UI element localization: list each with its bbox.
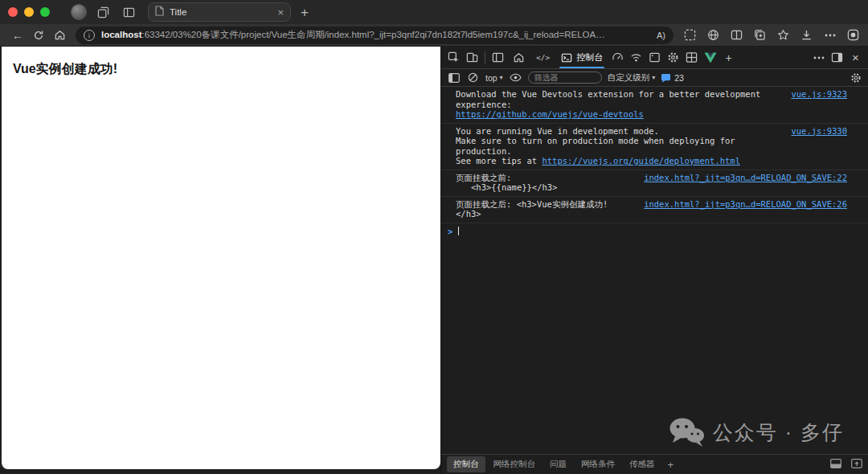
drawer-tab-issues[interactable]: 问题 [543, 456, 573, 472]
tab-actions-icon[interactable] [93, 2, 113, 22]
tab-close-icon[interactable]: × [277, 7, 284, 18]
dock-side-icon[interactable] [828, 48, 846, 67]
message-bubble-icon [661, 73, 671, 83]
text-cursor [458, 227, 459, 235]
drawer-tab-network-conditions[interactable]: 网络条件 [575, 456, 621, 472]
console-filter-input[interactable] [528, 72, 602, 84]
log-levels-label: 自定义级别 [608, 72, 650, 84]
browser-tab[interactable]: Title × [148, 2, 291, 22]
performance-tab-icon[interactable] [608, 48, 627, 67]
more-tools-icon[interactable] [809, 48, 828, 67]
message-link[interactable]: https://vuejs.org/guide/deployment.html [542, 156, 740, 165]
new-tab-button[interactable]: + [301, 6, 309, 19]
reload-icon[interactable] [29, 27, 48, 44]
message-line: See more tips at https://vuejs.org/guide… [456, 156, 783, 166]
read-aloud-icon[interactable]: A) [657, 31, 665, 40]
devtools-toolbar: </> 控制台 [441, 47, 868, 69]
console-settings-icon[interactable] [849, 71, 862, 84]
settings-gear-icon[interactable] [664, 48, 682, 67]
devtools-drawer: 控制台 网络控制台 问题 网络条件 传感器 + [441, 454, 868, 474]
console-prompt[interactable]: > [441, 223, 868, 239]
console-source-link[interactable]: index.html?_ijt=p3qn…d=RELOAD_ON_SAVE:26 [644, 199, 847, 210]
window-controls [8, 7, 50, 17]
message-line: 页面挂载之前: [456, 173, 557, 183]
message-line: Make sure to turn on production mode whe… [456, 136, 783, 156]
drawer-tab-sensors[interactable]: 传感器 [623, 456, 661, 472]
drawer-dock-icon[interactable] [830, 459, 841, 470]
sources-icon: </> [536, 53, 550, 62]
page-content: Vue实例创建成功! [2, 47, 440, 469]
watermark-text: 公众号 · 多仔 [713, 419, 844, 446]
minimize-window-button[interactable] [24, 7, 34, 17]
console-source-link[interactable]: vue.js:9330 [791, 126, 847, 137]
application-tab-icon[interactable] [645, 48, 664, 67]
vertical-tabs-icon[interactable] [119, 2, 138, 22]
web-capture-icon[interactable] [683, 27, 697, 44]
console-message: Download the Vue Devtools extension for … [441, 87, 868, 124]
message-link[interactable]: https://github.com/vuejs/vue-devtools [456, 109, 644, 119]
collections-icon[interactable] [753, 27, 767, 44]
close-devtools-icon[interactable]: × [846, 48, 865, 67]
favorites-star-icon[interactable] [776, 27, 790, 44]
activity-bar-icon[interactable] [489, 48, 507, 67]
device-toolbar-icon[interactable] [463, 48, 481, 67]
console-source-link[interactable]: vue.js:9323 [791, 89, 847, 100]
console-message: 页面挂载之前: <h3>{{name}}</h3> index.html?_ij… [441, 170, 868, 197]
console-sidebar-icon[interactable] [447, 71, 461, 84]
chevron-down-icon: ▾ [500, 74, 503, 81]
tab-welcome[interactable] [507, 47, 530, 68]
more-menu-icon[interactable] [823, 27, 837, 44]
tab-console[interactable]: 控制台 [555, 47, 608, 68]
console-message: 页面挂载之后: <h3>Vue实例创建成功! </h3> index.html?… [441, 197, 868, 223]
console-message-text: You are running Vue in development mode.… [456, 126, 783, 166]
drawer-actions [830, 459, 862, 470]
downloads-icon[interactable] [800, 27, 813, 44]
network-tab-icon[interactable] [627, 48, 645, 67]
tab-title: Title [170, 7, 272, 17]
translate-icon[interactable] [706, 27, 720, 44]
back-icon[interactable]: ← [8, 27, 27, 44]
split-screen-icon[interactable] [730, 27, 743, 44]
log-levels-selector[interactable]: 自定义级别 ▾ [608, 72, 656, 84]
layout-tab-icon[interactable] [682, 48, 701, 67]
toolbar-actions [683, 27, 860, 44]
drawer-add-tab-icon[interactable]: + [663, 459, 679, 471]
close-window-button[interactable] [8, 7, 18, 17]
messages-count-value: 23 [674, 73, 684, 83]
console-messages-count[interactable]: 23 [661, 73, 684, 83]
devtools-toolbar-right: × [809, 48, 865, 67]
devtools-panel: </> 控制台 [440, 47, 868, 474]
add-panel-icon[interactable]: + [719, 48, 738, 67]
browser-window: Title × + ← i localhost:63342/03%20备课文件/… [0, 0, 868, 474]
welcome-home-icon [513, 51, 525, 63]
message-text: See more tips at [456, 156, 542, 165]
wechat-icon [668, 417, 705, 447]
console-message-text: 页面挂载之后: <h3>Vue实例创建成功! </h3> [456, 199, 636, 219]
profile-avatar[interactable] [71, 4, 87, 20]
address-bar[interactable]: i localhost:63342/03%20备课文件/project/Vue生… [76, 27, 674, 44]
inspect-element-icon[interactable] [444, 48, 463, 67]
console-tab-icon [561, 52, 572, 63]
chevron-down-icon: ▾ [652, 74, 655, 81]
live-expression-eye-icon[interactable] [509, 71, 522, 84]
copilot-sidebar-icon[interactable] [846, 27, 860, 44]
vue-devtools-icon[interactable] [701, 48, 719, 67]
context-selector[interactable]: top ▾ [485, 73, 503, 83]
url-text: localhost:63342/03%20备课文件/project/Vue生命周… [101, 29, 650, 41]
clear-console-icon[interactable] [466, 71, 480, 84]
message-line: https://github.com/vuejs/vue-devtools [456, 109, 783, 120]
console-toolbar: top ▾ 自定义级别 ▾ 23 [441, 69, 868, 87]
drawer-tab-console[interactable]: 控制台 [447, 456, 485, 472]
drawer-tab-network-console[interactable]: 网络控制台 [487, 456, 542, 472]
url-host: localhost [101, 30, 141, 39]
console-tab-label: 控制台 [576, 51, 603, 63]
watermark: 公众号 · 多仔 [668, 417, 844, 447]
console-source-link[interactable]: index.html?_ijt=p3qn…d=RELOAD_ON_SAVE:22 [644, 173, 847, 183]
drawer-expand-icon[interactable] [851, 459, 862, 470]
message-line: 页面挂载之后: <h3>Vue实例创建成功! </h3> [456, 199, 636, 219]
context-selector-value: top [485, 73, 497, 83]
site-info-icon[interactable]: i [84, 30, 95, 41]
zoom-window-button[interactable] [40, 7, 50, 17]
tab-sources[interactable]: </> [530, 47, 555, 68]
home-icon[interactable] [50, 27, 69, 44]
